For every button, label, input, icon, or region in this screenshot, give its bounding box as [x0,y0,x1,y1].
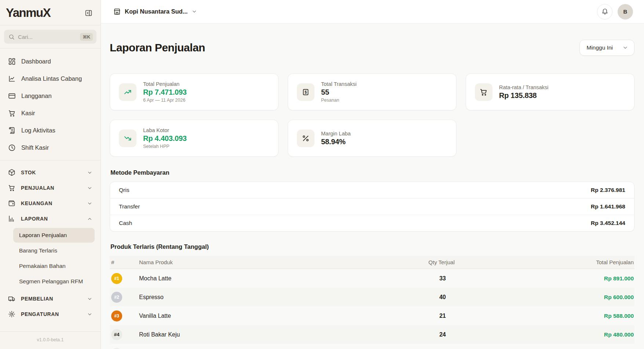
page-title: Laporan Penjualan [110,41,205,54]
sidebar-section-stok[interactable]: STOK [4,165,96,180]
period-select-value: Minggu Ini [586,44,613,51]
payment-row-transfer: Transfer Rp 1.641.968 [110,198,634,215]
stat-cards: Total Penjualan Rp 7.471.093 6 Apr — 11 … [110,73,634,157]
rank-badge: #4 [111,329,122,340]
sidebar-item-label: Dashboard [21,58,51,65]
avatar[interactable]: B [618,4,633,19]
sidebar-item-langganan[interactable]: Langganan [4,87,96,105]
product-total: Rp 480.000 [458,331,634,338]
stat-value: 55 [321,88,357,97]
sidebar-header: YanmuX [0,0,101,25]
top-products-table: # Nama Produk Qty Terjual Total Penjuala… [110,256,634,349]
sidebar-section-label: PENGATURAN [21,311,81,317]
sidebar-section-penjualan[interactable]: PENJUALAN [4,180,96,196]
rank-badge-silver: #2 [111,292,122,303]
stat-label: Total Transaksi [321,81,357,87]
panel-collapse-icon [85,9,92,17]
period-select[interactable]: Minggu Ini [579,40,634,56]
dashboard-grid-icon [8,58,16,65]
stat-value: Rp 7.471.093 [143,88,187,97]
sidebar-subitem-segmen-pelanggan-rfm[interactable]: Segmen Pelanggan RFM [13,274,95,289]
stat-icon-box: $ [297,83,314,101]
product-total: Rp 588.000 [458,313,634,319]
stat-value: Rp 4.403.093 [143,134,187,143]
payments-section-title: Metode Pembayaran [110,169,634,176]
sidebar-section-laporan[interactable]: LAPORAN [4,211,96,226]
sidebar-section-label: KEUANGAN [21,200,81,206]
chevron-down-icon [87,201,92,206]
scroll-icon [8,127,16,134]
col-header-total: Total Penjualan [458,259,634,265]
table-row: #2 Espresso 40 Rp 600.000 [110,288,634,306]
sidebar-subitem-pemakaian-bahan[interactable]: Pemakaian Bahan [13,259,95,273]
bell-icon [601,8,608,15]
sidebar-item-shift-kasir[interactable]: Shift Kasir [4,139,96,156]
sidebar-subitem-laporan-penjualan[interactable]: Laporan Penjualan [13,228,95,243]
product-total: Rp 891.000 [458,275,634,282]
shopping-cart-icon [8,109,16,117]
payment-row-cash: Cash Rp 3.452.144 [110,215,634,231]
stat-card-total-penjualan: Total Penjualan Rp 7.471.093 6 Apr — 11 … [110,73,279,110]
sidebar-section-keuangan[interactable]: KEUANGAN [4,196,96,211]
stat-value: Rp 135.838 [499,91,549,100]
sidebar-item-label: Shift Kasir [21,144,49,151]
sidebar-item-analisa-lintas-cabang[interactable]: Analisa Lintas Cabang [4,70,96,87]
sidebar-item-kasir[interactable]: Kasir [4,105,96,122]
cart-icon [8,184,15,192]
sidebar-sections: STOK PENJUALAN KEUANGAN LAPORAN Laporan … [0,160,101,331]
sidebar-item-label: Log Aktivitas [21,127,55,134]
product-total: Rp 600.000 [458,294,634,301]
sidebar-subitem-barang-terlaris[interactable]: Barang Terlaris [13,243,95,258]
search-icon [8,34,15,40]
sidebar: YanmuX ⌘K Dashboard Analisa Lintas Caban… [0,0,101,349]
product-qty: 40 [399,294,458,301]
search-area: ⌘K [0,25,101,48]
sidebar-item-label: Langganan [21,92,52,99]
app-version: v1.0.0-beta.1 [37,337,64,342]
sidebar-section-label: PEMBELIAN [21,296,81,302]
chevron-up-icon [87,216,92,222]
product-qty: 33 [399,275,458,282]
col-header-rank: # [111,259,139,265]
page-header: Laporan Penjualan Minggu Ini [110,40,634,56]
product-qty: 21 [399,313,458,319]
stat-card-laba-kotor: Laba Kotor Rp 4.403.093 Setelah HPP [110,120,279,157]
truck-icon [8,295,15,302]
stat-label: Rata-rata / Transaksi [499,84,549,90]
sidebar-section-pembelian[interactable]: PEMBELIAN [4,291,96,306]
sidebar-section-label: STOK [21,170,81,175]
chevron-down-icon [622,45,628,51]
table-row: #5 Croissant Ham & Cheese 16 Rp 448.000 [110,344,634,349]
sidebar-item-label: Analisa Lintas Cabang [21,75,82,82]
sidebar-nav: Dashboard Analisa Lintas Cabang Langgana… [0,48,101,160]
stat-icon-box [119,130,137,147]
stat-icon-box [119,83,137,101]
rank-badge-gold: #1 [111,273,122,284]
stat-card-rata-rata-transaksi: Rata-rata / Transaksi Rp 135.838 [466,73,634,110]
product-name: Mocha Latte [139,275,399,282]
wallet-icon [8,200,15,207]
main-column: Kopi Nusantara Sud... B Laporan Penjuala… [101,0,644,349]
stat-label: Margin Laba [321,131,351,137]
stat-icon-box [297,130,314,147]
payment-row-qris: Qris Rp 2.376.981 [110,182,634,198]
notifications-button[interactable] [597,4,612,19]
stat-sub: Setelah HPP [143,144,187,149]
chevron-down-icon [87,185,92,191]
table-header-row: # Nama Produk Qty Terjual Total Penjuala… [110,256,634,269]
chevron-down-icon [192,9,197,14]
store-icon [113,8,121,15]
search-input[interactable] [18,34,77,40]
branch-selector[interactable]: Kopi Nusantara Sud... [113,8,197,15]
search-box[interactable]: ⌘K [4,30,97,44]
package-icon [8,169,15,176]
sidebar-collapse-button[interactable] [83,8,94,18]
payment-method: Qris [119,187,129,193]
payment-amount: Rp 3.452.144 [591,220,625,226]
line-chart-icon [8,75,16,83]
sidebar-item-dashboard[interactable]: Dashboard [4,53,96,70]
sidebar-item-log-aktivitas[interactable]: Log Aktivitas [4,122,96,139]
sidebar-section-pengaturan[interactable]: PENGATURAN [4,306,96,322]
stat-sub: Pesanan [321,98,357,103]
product-name: Espresso [139,294,399,301]
